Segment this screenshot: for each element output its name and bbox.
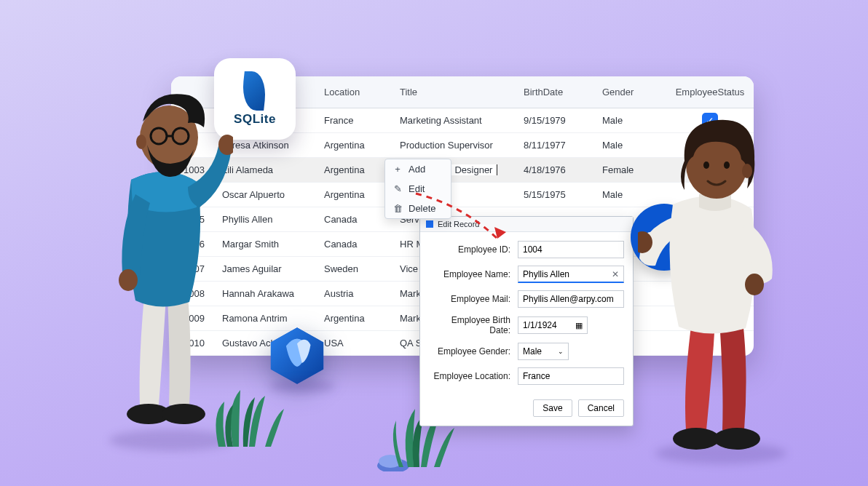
cell-birthdate: 5/15/1975 <box>518 189 596 200</box>
cancel-button[interactable]: Cancel <box>578 399 624 417</box>
column-header-status[interactable]: EmployeeStatus <box>666 87 754 97</box>
dialog-titlebar[interactable]: Edit Record <box>420 217 633 232</box>
field-label-mail: Employee Mail: <box>429 294 518 304</box>
edit-record-dialog[interactable]: Edit Record Employee ID: 1004 Employee N… <box>419 216 634 426</box>
field-label-birth: Employee Birth Date: <box>429 315 518 335</box>
svg-point-19 <box>724 162 730 169</box>
context-menu-delete[interactable]: 🗑 Delete <box>385 199 451 218</box>
employee-location-input[interactable]: France <box>518 367 624 385</box>
cell-location: Sweden <box>318 263 394 274</box>
column-header-birthdate[interactable]: BirthDate <box>518 87 596 97</box>
clear-icon[interactable]: ✕ <box>612 269 619 279</box>
employee-gender-select[interactable]: Male ⌄ <box>518 343 569 360</box>
context-menu-add[interactable]: + Add <box>385 159 451 179</box>
svg-point-12 <box>136 135 146 149</box>
cell-location: USA <box>318 338 394 348</box>
column-header-location[interactable]: Location <box>318 87 394 97</box>
svg-point-5 <box>162 404 205 424</box>
trash-icon: 🗑 <box>392 203 403 214</box>
pencil-icon: ✎ <box>392 183 403 194</box>
cell-location: Canada <box>318 214 394 225</box>
character-presenter-right <box>638 113 798 462</box>
field-label-id: Employee ID: <box>429 244 518 255</box>
context-menu-label: Delete <box>409 203 436 214</box>
cell-title: Marketing Assistant <box>394 115 518 126</box>
context-menu-label: Add <box>409 164 425 175</box>
sqlite-feather-icon <box>238 71 272 111</box>
employee-id-input[interactable]: 1004 <box>518 241 624 258</box>
svg-point-7 <box>119 269 138 291</box>
character-presenter-left <box>87 78 233 442</box>
cell-birthdate: 4/18/1976 <box>518 164 596 175</box>
column-header-title[interactable]: Title <box>394 87 518 97</box>
dialog-title-text: Edit Record <box>438 220 479 228</box>
cell-birthdate: 8/11/1977 <box>518 140 596 151</box>
svg-point-13 <box>673 428 719 450</box>
svg-point-18 <box>703 162 709 169</box>
sqlite-text: SQLite <box>234 112 276 127</box>
cell-location: Argentina <box>318 140 394 151</box>
svg-point-14 <box>714 428 760 450</box>
cell-location: Argentina <box>318 164 394 175</box>
context-menu-edit[interactable]: ✎ Edit <box>385 179 451 199</box>
field-label-location: Employee Location: <box>429 371 518 381</box>
context-menu-label: Edit <box>409 183 425 194</box>
cell-location: Argentina <box>318 189 394 200</box>
employee-mail-input[interactable]: Phyllis Allen@arpy.com <box>518 290 624 308</box>
chevron-down-icon: ⌄ <box>558 348 564 355</box>
field-label-gender: Employee Gender: <box>429 346 518 356</box>
window-icon <box>426 220 433 228</box>
calendar-icon[interactable]: ▦ <box>575 321 583 330</box>
winui-logo-icon <box>267 325 328 386</box>
save-button[interactable]: Save <box>533 399 572 417</box>
context-menu[interactable]: + Add ✎ Edit 🗑 Delete <box>384 159 451 219</box>
svg-point-16 <box>745 274 764 295</box>
plus-icon: + <box>392 164 403 175</box>
column-header-gender[interactable]: Gender <box>596 87 666 97</box>
cell-title: Production Supervisor <box>394 140 518 151</box>
cell-location: Argentina <box>318 313 394 324</box>
cell-location: France <box>318 115 394 126</box>
cell-location: Canada <box>318 239 394 250</box>
field-label-name: Employee Name: <box>429 269 518 279</box>
cell-birthdate: 9/15/1979 <box>518 115 596 126</box>
employee-birthdate-input[interactable]: 1/1/1924 ▦ <box>518 316 588 334</box>
employee-name-input[interactable]: Phyllis Allen ✕ <box>518 266 624 283</box>
cell-location: Austria <box>318 288 394 299</box>
svg-point-20 <box>742 164 752 178</box>
